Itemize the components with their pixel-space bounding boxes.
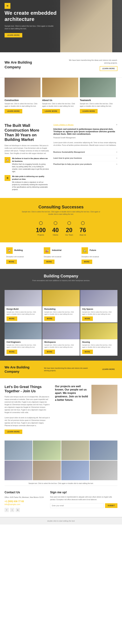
card-aboutus: About Us Sample text. Click to select th… <box>42 78 80 114</box>
grid-card-workspaces: Workspaces Sample text. Click to select … <box>42 323 79 356</box>
built-wall-right: Create a Mailbox in Minutes + Interdum s… <box>53 123 118 193</box>
building-icon-box: 🏠 <box>6 247 13 254</box>
accordion-icon-1: + <box>116 157 118 159</box>
design-build-description: Sample text. Click to select the text bo… <box>6 311 40 315</box>
team-icon: ⬡ <box>65 220 73 226</box>
future-type-cta[interactable]: MORE <box>81 260 92 264</box>
twitter-icon[interactable]: t <box>10 508 14 512</box>
gallery-photo-2 <box>33 440 61 460</box>
type-building: 🏠 Building Decepteur sint occaecat MORE <box>4 247 42 264</box>
right-heading: Interdum sed euismod in pellentesque mas… <box>53 128 118 135</box>
built-wall-heading: The Built Wall Construction More Than 30… <box>4 123 50 142</box>
gallery-photo-8 <box>90 460 118 480</box>
industrial-type-title: Industrial <box>52 249 61 252</box>
teamwork-cta[interactable]: LEARN MORE <box>80 109 98 114</box>
remodeling-cta[interactable]: MORE <box>44 316 55 321</box>
city-spaces-content: City Spaces Sample text. Click to select… <box>80 306 118 322</box>
future-type-description: Decepteur sint occaecat <box>81 256 116 258</box>
great-things-cta[interactable]: LEARN MORE <box>4 430 22 434</box>
design-build-content: Design-Build Sample text. Click to selec… <box>4 306 42 322</box>
industrial-type-description: Decepteur sint occaecat <box>44 256 78 258</box>
housing-image <box>80 323 118 339</box>
building-type-title: Building <box>14 249 23 252</box>
civil-image <box>4 323 42 339</box>
civil-content: Civil Engineers Sample text. Click to se… <box>4 339 42 356</box>
product-icon: ⚙ <box>4 175 10 181</box>
clients-number: 40 <box>52 227 59 234</box>
city-spaces-image <box>80 290 118 306</box>
right-subheading: Financial Growth Management <box>53 136 118 139</box>
trust-heading: We believe in trust in the places where … <box>12 157 50 162</box>
facebook-icon[interactable]: f <box>4 508 9 512</box>
team-label: Our Team <box>65 234 73 236</box>
right-link[interactable]: Create a Mailbox in Minutes <box>53 124 73 126</box>
product-text: We take pride in delivering our quality … <box>12 175 50 191</box>
awards-icon: ⬡ <box>79 220 86 226</box>
workspaces-content: Workspaces Sample text. Click to select … <box>42 339 79 356</box>
footer-section: Contact Us Office: 4145 Parker Rd, Allen… <box>0 486 122 517</box>
hero-logo: M <box>4 3 10 9</box>
signup-description: Duis aute irure dolor in reprehenderit i… <box>50 496 118 501</box>
trust-text: We believe in trust in the places where … <box>12 157 50 173</box>
social-icons-row: f t in <box>4 508 45 512</box>
grid-card-remodeling: Remodeling Sample text. Click to select … <box>42 290 79 322</box>
city-spaces-cta[interactable]: MORE <box>82 316 93 321</box>
civil-description: Sample text. Click to select the text bo… <box>6 344 40 348</box>
team-number: 20 <box>65 227 73 234</box>
building-intro-cta[interactable]: LEARN MORE <box>100 66 118 71</box>
civil-title: Civil Engineers <box>6 341 40 343</box>
grid-card-civil: Civil Engineers Sample text. Click to se… <box>4 323 42 356</box>
accordion-item-0[interactable]: Business Sustainability Management + <box>53 149 118 155</box>
photo-gallery <box>0 440 122 480</box>
great-things-person-image <box>91 385 118 414</box>
housing-cta[interactable]: MORE <box>82 350 93 354</box>
right-content: Lorem ipsum dolor sit amet, consectetur … <box>53 142 118 146</box>
yellow-cta2-button[interactable]: LEARN MORE <box>100 367 118 372</box>
signup-submit-button[interactable]: SUBMIT <box>105 503 118 508</box>
right-add-icon[interactable]: + <box>116 123 118 126</box>
building-dark-section: Building Company From renovations and ro… <box>0 269 122 290</box>
contact-phone: +1 (555) 636 77 83 <box>4 500 45 502</box>
building-type-description: Decepteur sint occaecat <box>6 256 41 258</box>
stats-row: ⬡ 100 Projects ⬡ 40 Clients ⬡ 20 Our Tea… <box>4 220 118 236</box>
clients-icon: ⬡ <box>52 220 59 226</box>
grid-card-design-build: Design-Build Sample text. Click to selec… <box>4 290 42 322</box>
consulting-heading: Consulting Successes <box>4 204 118 210</box>
building-intro-heading: We Are Building Company <box>4 60 37 70</box>
yellow-cta2-description: We have been transforming the ideas and … <box>44 367 89 372</box>
instagram-icon[interactable]: in <box>16 508 20 512</box>
signup-email-input[interactable] <box>50 503 104 508</box>
aboutus-description: Sample text. Click to select the text bo… <box>42 102 78 108</box>
yellow-cta2-heading: We Are Building Company <box>4 365 34 374</box>
signup-input-row: SUBMIT <box>50 503 118 508</box>
industrial-type-cta[interactable]: MORE <box>44 260 55 264</box>
trust-icon: 🏠 <box>4 157 10 163</box>
accordion-item-2[interactable]: Practical tips to help you price your pr… <box>53 161 118 167</box>
aboutus-cta[interactable]: LEARN MORE <box>42 109 60 114</box>
accordion-item-1[interactable]: Learn how to grow your business + <box>53 155 118 161</box>
awards-label: Awar ds <box>79 234 86 236</box>
hero-description: Sample text. Click to select the text bo… <box>4 25 57 30</box>
grid-card-housing: Housing Sample text. Click to select the… <box>80 323 118 356</box>
gallery-photo-5 <box>4 460 32 480</box>
civil-cta[interactable]: MORE <box>6 350 17 354</box>
design-build-cta[interactable]: MORE <box>6 316 17 321</box>
workspaces-cta[interactable]: MORE <box>44 350 55 354</box>
remodeling-image <box>42 290 79 306</box>
projects-icon: ⬡ <box>36 220 46 226</box>
clients-label: Clients <box>52 234 59 236</box>
consulting-section: Consulting Successes Sample text. Click … <box>0 198 122 242</box>
building-dark-heading: Building Company <box>4 274 118 278</box>
gallery-caption: Sample text. Click to select the text bo… <box>0 480 122 486</box>
gallery-photo-1 <box>4 440 32 460</box>
aboutus-image <box>42 78 78 97</box>
workspaces-title: Workspaces <box>44 341 78 343</box>
hero-cta-button[interactable]: LEARN MORE <box>4 33 22 38</box>
construction-description: Sample text. Click to select the text bo… <box>4 102 41 108</box>
building-type-cta[interactable]: MORE <box>6 260 17 264</box>
construction-title: Construction <box>4 99 41 102</box>
trust-box: 🏠 We believe in trust in the places wher… <box>4 157 50 173</box>
construction-cta[interactable]: LEARN MORE <box>4 109 22 114</box>
product-heading: We take pride in delivering our quality … <box>12 175 50 180</box>
stat-awards: ⬡ 76 Awar ds <box>79 220 86 236</box>
